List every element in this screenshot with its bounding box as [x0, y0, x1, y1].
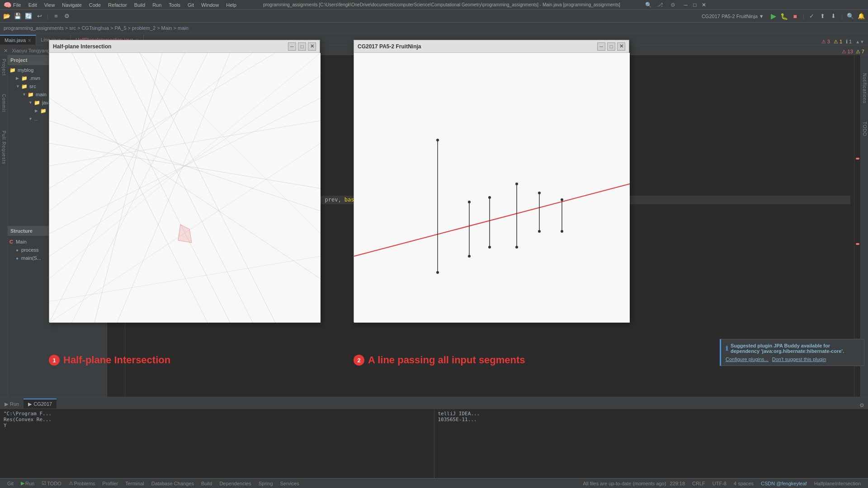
- project-panel-title: Project: [10, 57, 27, 63]
- save-button[interactable]: 💾: [13, 11, 23, 21]
- halfplane-window-controls[interactable]: ─ □ ✕: [288, 42, 316, 51]
- right-console-line-1: telliJ IDEA...: [438, 411, 865, 417]
- encoding[interactable]: UTF-8: [709, 481, 730, 486]
- structure-title: Structure: [10, 228, 33, 234]
- fruitninja-minimize-btn[interactable]: ─: [597, 42, 605, 51]
- right-file-info: HalfplaneIntersection: [811, 481, 864, 486]
- settings-icon[interactable]: ⚙: [670, 1, 677, 9]
- menu-bar[interactable]: File Edit View Navigate Code Refactor Bu…: [11, 2, 238, 8]
- db-changes-status[interactable]: Database Changes: [148, 481, 198, 486]
- open-button[interactable]: 📂: [2, 11, 12, 21]
- stop-button[interactable]: ■: [790, 11, 800, 21]
- title-bar: 🧠 File Edit View Navigate Code Refactor …: [0, 0, 868, 10]
- menu-git[interactable]: Git: [186, 2, 196, 8]
- menu-build[interactable]: Build: [132, 2, 147, 8]
- git-branch[interactable]: CSDN @fengkeyleaf: [757, 481, 811, 486]
- info-count: ℹ 1: [846, 39, 852, 45]
- console-line-2: Res(Convex Re...: [4, 417, 430, 422]
- debug-button[interactable]: 🐛: [779, 11, 789, 21]
- class-icon: C: [9, 239, 13, 244]
- svg-point-32: [515, 183, 518, 185]
- dependencies-status[interactable]: Dependencies: [216, 481, 255, 486]
- tree-label-src: src: [29, 84, 36, 89]
- git-icon[interactable]: ⎇: [657, 1, 664, 9]
- window-controls[interactable]: 🔍 ⎇ ⚙ ─ □ ✕: [645, 1, 708, 9]
- right-console[interactable]: telliJ IDEA... 103565E-11...: [434, 409, 868, 478]
- minimize-button[interactable]: ─: [682, 1, 689, 9]
- svg-point-27: [468, 255, 471, 258]
- indent-settings[interactable]: 4 spaces: [730, 481, 757, 486]
- build-status[interactable]: Build: [198, 481, 216, 486]
- xiaoyutongyang-tab[interactable]: ✕ Xiaoyu Tongyang: [0, 47, 53, 55]
- menu-help[interactable]: Help: [224, 2, 238, 8]
- line-endings[interactable]: CRLF: [689, 481, 709, 486]
- notification-popup: ℹ Suggested plugin JPA Buddy available f…: [720, 339, 864, 366]
- fruitninja-maximize-btn[interactable]: □: [607, 42, 615, 51]
- svg-line-16: [49, 53, 321, 279]
- menu-file[interactable]: File: [11, 2, 23, 8]
- git-push-button[interactable]: ⬆: [818, 11, 828, 21]
- settings-toolbar-button[interactable]: ⚙: [62, 11, 72, 21]
- tree-label-mvn: .mvn: [29, 75, 40, 81]
- project-tool-tab[interactable]: Project: [1, 59, 6, 76]
- warnings-indicator: ⚠ 3 ⚠ 1 ℹ 1 ▲▼: [821, 39, 868, 45]
- maximize-button[interactable]: □: [691, 1, 698, 9]
- run-tab[interactable]: ▶ Run: [0, 399, 24, 408]
- menu-run[interactable]: Run: [151, 2, 163, 8]
- undo-button[interactable]: ↩: [34, 11, 44, 21]
- tree-arrow-main: ▼: [22, 92, 27, 97]
- halfplane-close-btn[interactable]: ✕: [308, 42, 316, 51]
- menu-tools[interactable]: Tools: [167, 2, 182, 8]
- spring-status[interactable]: Spring: [255, 481, 277, 486]
- tree-arrow-extra: ▶: [35, 108, 39, 113]
- cg2017-tab[interactable]: ▶ CG2017: [24, 399, 57, 408]
- console-settings-btn[interactable]: ⚙: [859, 402, 864, 408]
- sync-button[interactable]: 🔄: [24, 11, 33, 21]
- bottom-tab-bar: ▶ Run ▶ CG2017 ⚙: [0, 397, 868, 409]
- halfplane-canvas: [49, 53, 321, 323]
- services-status[interactable]: Services: [277, 481, 303, 486]
- run-button[interactable]: ▶: [769, 11, 778, 21]
- menu-edit[interactable]: Edit: [27, 2, 39, 8]
- terminal-status[interactable]: Terminal: [122, 481, 148, 486]
- todo-status[interactable]: ☑ TODO: [38, 480, 65, 486]
- svg-line-17: [49, 256, 321, 301]
- run-console[interactable]: "C:\Program F... Res(Convex Re... Y: [0, 409, 434, 478]
- tab-main-java-close[interactable]: ✕: [28, 38, 31, 43]
- scroll-arrows[interactable]: ▲▼: [855, 39, 864, 44]
- problems-status[interactable]: ⚠ Problems: [65, 480, 99, 486]
- git-pull-button[interactable]: ⬇: [829, 11, 839, 21]
- close-button[interactable]: ✕: [700, 1, 708, 9]
- extra-icon: 📁: [40, 108, 47, 114]
- halfplane-maximize-btn[interactable]: □: [298, 42, 306, 51]
- git-status[interactable]: Git: [4, 481, 17, 486]
- profiler-status[interactable]: Profiler: [99, 481, 122, 486]
- pull-requests-tab[interactable]: Pull Requests: [1, 131, 6, 164]
- search-everywhere-button[interactable]: 🔍: [845, 11, 855, 21]
- dont-suggest-button[interactable]: Don't suggest this plugin: [772, 357, 826, 362]
- breadcrumb-text: programming_assignments > src > CGTsingh…: [4, 25, 189, 31]
- notification-button[interactable]: 🔔: [856, 11, 866, 21]
- toolbar-search[interactable]: 🔍: [645, 1, 652, 9]
- menu-code[interactable]: Code: [87, 2, 103, 8]
- menu-view[interactable]: View: [42, 2, 57, 8]
- todo-right-tab[interactable]: TODO: [862, 122, 867, 136]
- menu-navigate[interactable]: Navigate: [60, 2, 83, 8]
- configure-plugins-button[interactable]: Configure plugins...: [726, 357, 769, 362]
- run-status[interactable]: ▶ Run: [17, 480, 38, 486]
- method-icon-process: ●: [16, 248, 19, 253]
- run-config-selector[interactable]: CG2017 PA5-2 FruitNinja ▼: [698, 14, 768, 19]
- fruitninja-close-btn[interactable]: ✕: [617, 42, 625, 51]
- menu-window[interactable]: Window: [199, 2, 221, 8]
- caret-position[interactable]: 229:18: [666, 481, 689, 486]
- svg-line-21: [354, 184, 630, 256]
- notifications-tab[interactable]: Notifications: [862, 73, 867, 103]
- structure-button[interactable]: ≡: [51, 11, 61, 21]
- fruitninja-window-controls[interactable]: ─ □ ✕: [597, 42, 625, 51]
- git-commit-button[interactable]: ✓: [807, 11, 817, 21]
- tab-main-java[interactable]: Main.java ✕: [0, 35, 36, 45]
- commit-tool-tab[interactable]: Commit: [1, 94, 6, 112]
- console-controls: ⚙: [859, 402, 868, 408]
- menu-refactor[interactable]: Refactor: [106, 2, 129, 8]
- halfplane-minimize-btn[interactable]: ─: [288, 42, 296, 51]
